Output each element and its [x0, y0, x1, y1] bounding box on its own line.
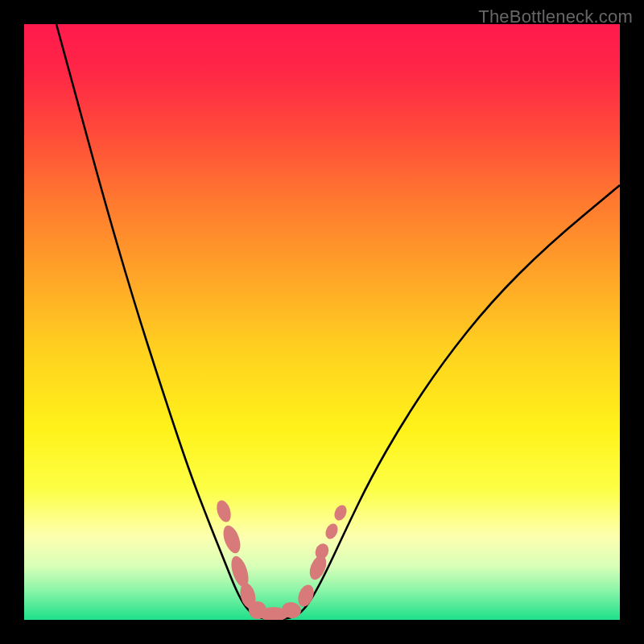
curve-marker — [324, 522, 341, 541]
curve-marker — [214, 498, 233, 524]
curve-marker — [295, 583, 316, 609]
bottleneck-curve-svg — [24, 24, 620, 620]
bottleneck-curve — [56, 24, 620, 620]
watermark-text: TheBottleneck.com — [478, 6, 633, 27]
curve-marker — [332, 503, 349, 522]
curve-marker — [220, 523, 243, 555]
curve-markers — [214, 498, 349, 620]
plot-frame — [24, 24, 620, 620]
